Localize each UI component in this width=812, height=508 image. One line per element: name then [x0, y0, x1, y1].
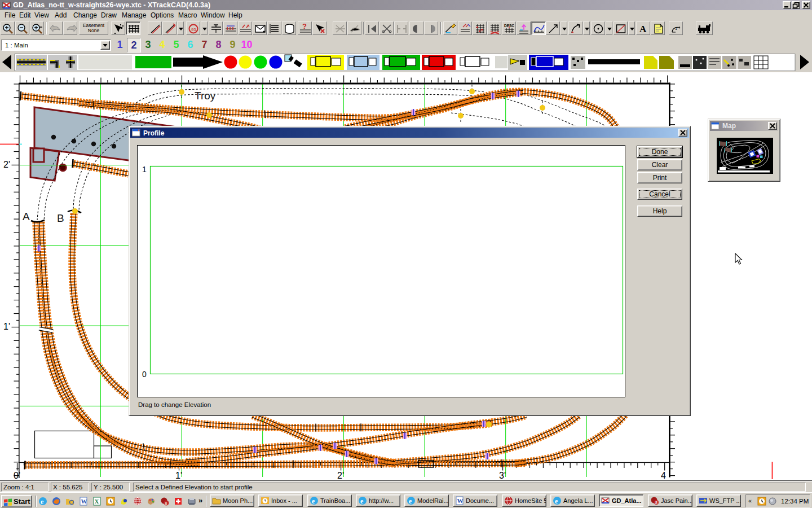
svg-text:1: 1: [142, 165, 147, 174]
svg-text:e: e: [312, 497, 315, 505]
svg-text:e: e: [360, 497, 364, 505]
svg-text:1: 1: [675, 27, 677, 30]
svg-text:0': 0': [14, 471, 20, 480]
svg-text:e: e: [41, 498, 44, 506]
svg-text:W: W: [457, 497, 464, 504]
svg-text:A: A: [23, 211, 30, 222]
svg-text:W: W: [81, 498, 87, 505]
svg-text:4: 4: [661, 471, 666, 480]
svg-text:2': 2': [3, 160, 10, 169]
svg-text:A: A: [639, 24, 647, 34]
svg-text:1': 1': [3, 322, 10, 331]
svg-text:8: 8: [655, 501, 657, 505]
svg-text:95: 95: [191, 27, 196, 32]
svg-text:1': 1': [175, 471, 182, 480]
svg-text:?: ?: [302, 22, 307, 30]
svg-text:B: B: [57, 212, 64, 224]
svg-text:2': 2': [337, 471, 344, 480]
svg-text:X: X: [95, 498, 99, 505]
svg-text:8: 8: [165, 502, 167, 506]
svg-text:3': 3': [499, 471, 506, 480]
svg-text:Troy: Troy: [195, 90, 216, 102]
svg-text:e: e: [555, 497, 558, 505]
svg-text:0: 0: [142, 370, 147, 379]
svg-text:e: e: [409, 497, 412, 505]
